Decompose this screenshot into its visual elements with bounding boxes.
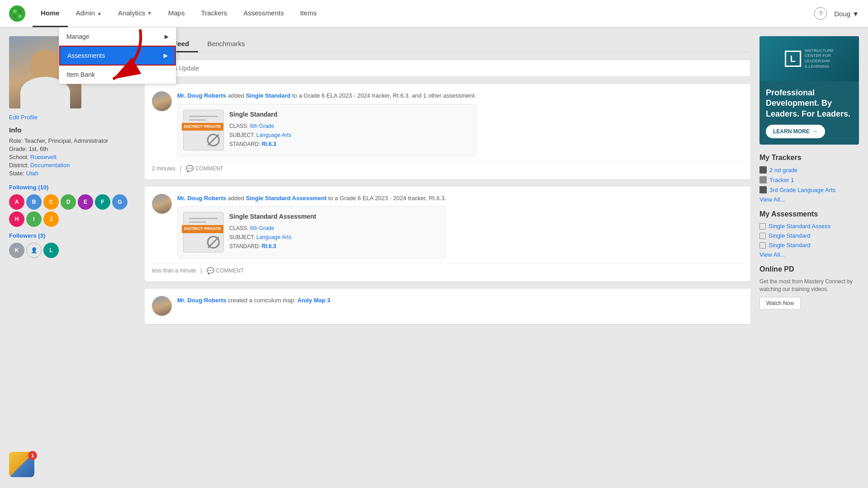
feed-item-header: Mr. Doug Roberts added Single Standard t…: [152, 91, 743, 156]
user-menu[interactable]: Doug ▼: [834, 10, 859, 18]
assessments-view-all[interactable]: View All...: [760, 251, 859, 258]
feed-card-thumbnail: DISTRICT PRIVATE: [183, 212, 224, 253]
avatar[interactable]: H: [9, 211, 24, 227]
assessment-item[interactable]: Single Standard: [760, 232, 859, 239]
feed-card-standard: STANDARD: RI.6.3: [229, 242, 316, 250]
share-update-input[interactable]: [145, 60, 750, 77]
feed-user-avatar: [152, 91, 172, 111]
avatar[interactable]: K: [9, 243, 24, 258]
avatar[interactable]: B: [26, 194, 42, 210]
nav-right: ? Doug ▼: [814, 7, 859, 20]
feed-user-link[interactable]: Mr. Doug Roberts: [177, 297, 226, 304]
user-menu-arrow: ▼: [852, 10, 859, 18]
avatar[interactable]: F: [95, 194, 110, 210]
dropdown-item-bank[interactable]: Item Bank: [59, 66, 176, 84]
help-button[interactable]: ?: [814, 7, 827, 20]
nav-items: Home Admin ▲ Analytics ▼ Maps Trackers A…: [33, 0, 814, 27]
top-navigation: Home Admin ▲ Analytics ▼ Maps Trackers A…: [0, 0, 868, 27]
feed-card-title: Single Standard Assessment: [229, 212, 316, 221]
assessment-item[interactable]: Single Standard Assess: [760, 223, 859, 230]
feed-item: Mr. Doug Roberts added Single Standard t…: [145, 84, 750, 179]
comment-icon: 💬: [186, 165, 193, 172]
promo-body: Professional Development. By Leaders. Fo…: [760, 81, 859, 145]
feed-subject-link[interactable]: Andy Map 3: [297, 297, 330, 304]
avatar[interactable]: L: [43, 243, 59, 258]
promo-learn-more-button[interactable]: LEARN MORE →: [766, 125, 825, 138]
feed-item: Mr. Doug Roberts added Single Standard A…: [145, 187, 750, 282]
feed-card-class: CLASS: 6th Grade: [229, 122, 291, 130]
avatar[interactable]: D: [61, 194, 76, 210]
nav-admin-arrow: ▲: [97, 10, 102, 16]
feed-timestamp: less than a minute: [152, 267, 196, 274]
info-district: District: Documentation: [9, 162, 136, 169]
nav-analytics-arrow: ▼: [147, 10, 152, 16]
admin-dropdown-menu: Manage ▶ Assessments ▶ Item Bank: [59, 27, 176, 84]
assessment-item[interactable]: Single Standard: [760, 242, 859, 249]
feed-card-standard: STANDARD: RI.6.3: [229, 140, 291, 148]
feed-item-meta: 2 minutes | 💬 COMMENT: [152, 161, 743, 172]
nav-home[interactable]: Home: [33, 0, 68, 27]
app-logo[interactable]: [9, 5, 25, 22]
feed-item-text: Mr. Doug Roberts created a curriculum ma…: [177, 296, 330, 305]
watch-now-button[interactable]: Watch Now: [760, 297, 801, 310]
info-grade: Grade: 1st, 6th: [9, 145, 136, 152]
center-feed: News Feed Benchmarks Mr. Doug Roberts ad…: [145, 36, 750, 331]
feed-user-link[interactable]: Mr. Doug Roberts: [177, 195, 226, 202]
nav-items-link[interactable]: Items: [292, 0, 325, 27]
online-pd-title: Online PD: [760, 265, 859, 273]
avatar[interactable]: E: [78, 194, 93, 210]
avatar[interactable]: I: [26, 211, 42, 227]
feed-item: Mr. Doug Roberts created a curriculum ma…: [145, 289, 750, 324]
nav-admin[interactable]: Admin ▲: [68, 0, 110, 27]
district-private-badge: DISTRICT PRIVATE: [182, 123, 223, 131]
feed-card-info: Single Standard Assessment CLASS: 6th Gr…: [229, 212, 316, 251]
feed-card-thumbnail: DISTRICT PRIVATE: [183, 110, 224, 150]
feed-item-meta: less than a minute | 💬 COMMENT: [152, 263, 743, 274]
feed-item-header: Mr. Doug Roberts created a curriculum ma…: [152, 296, 743, 316]
tracker-icon: [760, 176, 767, 183]
assessment-icon: [760, 233, 766, 239]
tracker-item[interactable]: 3rd Grade Language Arts: [760, 186, 859, 193]
tracker-item[interactable]: 2 nd grade: [760, 166, 859, 174]
nav-maps[interactable]: Maps: [160, 0, 193, 27]
online-pd-section: Online PD Get the most from Mastery Conn…: [760, 265, 859, 310]
dropdown-manage[interactable]: Manage ▶: [59, 28, 176, 46]
feed-item-text: Mr. Doug Roberts added Single Standard t…: [177, 91, 476, 156]
avatar[interactable]: J: [43, 211, 59, 227]
avatar[interactable]: G: [112, 194, 127, 210]
dropdown-assessments[interactable]: Assessments ▶: [59, 46, 176, 66]
no-sign-icon: [207, 134, 220, 146]
promo-logo: INSTRUCTURE CENTER FOR LEADERSHIP & LEAR…: [785, 48, 834, 70]
info-state: State: Utah: [9, 170, 136, 177]
trackers-view-all[interactable]: View All...: [760, 196, 859, 203]
comment-button[interactable]: 💬 COMMENT: [186, 165, 223, 172]
avatar[interactable]: C: [43, 194, 59, 210]
followers-title[interactable]: Followers (3): [9, 232, 136, 239]
district-private-badge: DISTRICT PRIVATE: [182, 225, 223, 233]
my-trackers-title: My Trackers: [760, 154, 859, 162]
following-avatars: A B C D E F G H I J: [9, 194, 136, 227]
avatar-outline[interactable]: 👤: [26, 243, 42, 258]
nav-trackers[interactable]: Trackers: [193, 0, 236, 27]
following-title[interactable]: Following (10): [9, 184, 136, 191]
nav-assessments[interactable]: Assessments: [236, 0, 292, 27]
assessment-icon: [760, 223, 766, 230]
promo-card: INSTRUCTURE CENTER FOR LEADERSHIP & LEAR…: [760, 36, 859, 145]
feed-item-header: Mr. Doug Roberts added Single Standard A…: [152, 194, 743, 259]
online-pd-desc: Get the most from Mastery Connect by wat…: [760, 278, 859, 293]
comment-button[interactable]: 💬 COMMENT: [207, 267, 244, 274]
feed-subject-link[interactable]: Single Standard: [246, 92, 291, 99]
feed-subject-link[interactable]: Single Standard Assessment: [246, 195, 327, 202]
tab-benchmarks[interactable]: Benchmarks: [198, 36, 254, 52]
nav-analytics[interactable]: Analytics ▼: [110, 0, 160, 27]
tracker-item[interactable]: Tracker 1: [760, 176, 859, 183]
right-sidebar: INSTRUCTURE CENTER FOR LEADERSHIP & LEAR…: [760, 36, 859, 331]
feed-user-link[interactable]: Mr. Doug Roberts: [177, 92, 226, 99]
avatar[interactable]: A: [9, 194, 24, 210]
edit-profile-link[interactable]: Edit Profile: [9, 114, 136, 121]
bottom-notification-icon[interactable]: 1: [9, 452, 36, 479]
info-title: Info: [9, 126, 136, 134]
tracker-icon: [760, 166, 767, 174]
feed-card-subject: SUBJECT: Language Arts: [229, 131, 291, 139]
feed-card: DISTRICT PRIVATE Single Standard Assessm…: [177, 206, 446, 258]
